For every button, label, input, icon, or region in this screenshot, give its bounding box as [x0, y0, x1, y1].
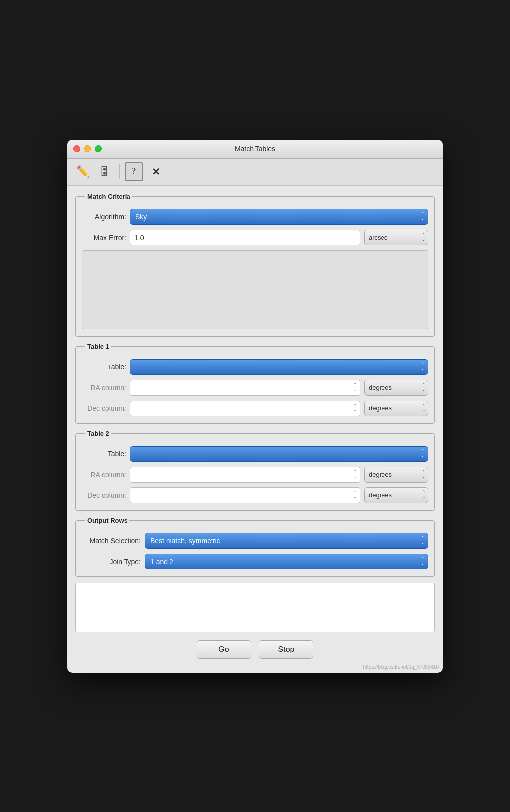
- table2-ra-label: RA column:: [82, 471, 126, 479]
- algorithm-row: Algorithm: Sky: [82, 209, 428, 225]
- toolbar-separator: [119, 164, 120, 179]
- table1-ra-row: RA column: degrees radians: [82, 380, 428, 396]
- table2-ra-spinner: [130, 467, 360, 483]
- table2-table-label: Table:: [82, 450, 126, 458]
- algorithm-select[interactable]: Sky: [130, 209, 428, 225]
- table2-select-wrapper: [130, 446, 428, 462]
- table2-dec-row: Dec column: degrees radians: [82, 487, 428, 503]
- go-button[interactable]: Go: [197, 640, 251, 659]
- algorithm-label: Algorithm:: [82, 213, 126, 221]
- match-criteria-legend: Match Criteria: [85, 193, 132, 200]
- table1-dec-unit-select[interactable]: degrees radians: [364, 401, 428, 416]
- help-button[interactable]: ?: [125, 162, 143, 181]
- stop-button[interactable]: Stop: [259, 640, 313, 659]
- table2-dec-spinner: [130, 487, 360, 503]
- algorithm-select-wrapper: Sky: [130, 209, 428, 225]
- table1-dec-spinner: [130, 401, 360, 416]
- table2-ra-row: RA column: degrees radians: [82, 467, 428, 483]
- table1-dec-input[interactable]: [130, 401, 360, 416]
- title-bar: Match Tables: [67, 140, 443, 159]
- table1-select[interactable]: [130, 359, 428, 375]
- match-criteria-section: Match Criteria Algorithm: Sky Max Error:…: [75, 193, 435, 337]
- join-type-label: Join Type:: [82, 558, 141, 566]
- table1-ra-label: RA column:: [82, 384, 126, 392]
- table1-section: Table 1 Table: RA column: degrees r: [75, 343, 435, 424]
- table1-select-wrapper: [130, 359, 428, 375]
- content-area: Match Criteria Algorithm: Sky Max Error:…: [67, 186, 443, 673]
- watermark: https://blog.csdn.net/qq_37066410: [363, 664, 439, 670]
- output-rows-section: Output Rows Match Selection: Best match,…: [75, 517, 435, 577]
- unit-select[interactable]: arcsec arcmin degrees radians: [364, 230, 428, 245]
- table2-section: Table 2 Table: RA column: degrees r: [75, 430, 435, 511]
- output-rows-legend: Output Rows: [85, 517, 129, 524]
- max-error-label: Max Error:: [82, 234, 126, 242]
- match-selection-wrapper: Best match, symmetric Best match, asymme…: [145, 533, 428, 549]
- match-selection-label: Match Selection:: [82, 537, 141, 545]
- table2-dec-input[interactable]: [130, 487, 360, 503]
- match-selection-row: Match Selection: Best match, symmetric B…: [82, 533, 428, 549]
- edit-button[interactable]: ✏️: [73, 162, 92, 181]
- table1-ra-input[interactable]: [130, 380, 360, 396]
- table2-ra-input[interactable]: [130, 467, 360, 483]
- button-row: Go Stop: [75, 640, 435, 663]
- table1-table-row: Table:: [82, 359, 428, 375]
- join-type-select[interactable]: 1 and 2 1 not 2 2 not 1 1 xor 2 1 or 2: [145, 554, 428, 569]
- table2-ra-unit-select[interactable]: degrees radians: [364, 467, 428, 483]
- minimize-button[interactable]: [84, 145, 91, 152]
- close-action-button[interactable]: ✕: [146, 162, 165, 181]
- table1-table-label: Table:: [82, 363, 126, 371]
- table2-ra-unit-wrapper: degrees radians: [364, 467, 428, 483]
- table2-legend: Table 2: [85, 430, 111, 437]
- table1-legend: Table 1: [85, 343, 111, 350]
- table1-ra-unit-wrapper: degrees radians: [364, 380, 428, 396]
- table2-dec-unit-wrapper: degrees radians: [364, 487, 428, 503]
- maximize-button[interactable]: [95, 145, 102, 152]
- table2-dec-label: Dec column:: [82, 491, 126, 499]
- match-criteria-extra-area: [82, 250, 428, 329]
- main-window: Match Tables ✏️ 🎛 ? ✕ Match Criteria Alg…: [67, 140, 443, 673]
- close-button[interactable]: [73, 145, 80, 152]
- table1-dec-unit-wrapper: degrees radians: [364, 401, 428, 416]
- table1-dec-label: Dec column:: [82, 405, 126, 412]
- table2-dec-unit-select[interactable]: degrees radians: [364, 487, 428, 503]
- table1-dec-row: Dec column: degrees radians: [82, 401, 428, 416]
- traffic-lights: [73, 145, 102, 152]
- join-type-wrapper: 1 and 2 1 not 2 2 not 1 1 xor 2 1 or 2: [145, 554, 428, 569]
- unit-select-wrapper: arcsec arcmin degrees radians: [364, 230, 428, 245]
- settings-button[interactable]: 🎛: [95, 162, 114, 181]
- log-area: [75, 583, 435, 632]
- toolbar: ✏️ 🎛 ? ✕: [67, 159, 443, 186]
- match-selection-select[interactable]: Best match, symmetric Best match, asymme…: [145, 533, 428, 549]
- window-title: Match Tables: [235, 145, 275, 153]
- table2-table-row: Table:: [82, 446, 428, 462]
- max-error-input[interactable]: [130, 230, 360, 245]
- join-type-row: Join Type: 1 and 2 1 not 2 2 not 1 1 xor…: [82, 554, 428, 569]
- max-error-row: Max Error: arcsec arcmin degrees radians: [82, 230, 428, 245]
- table1-ra-spinner: [130, 380, 360, 396]
- table2-select[interactable]: [130, 446, 428, 462]
- table1-ra-unit-select[interactable]: degrees radians: [364, 380, 428, 396]
